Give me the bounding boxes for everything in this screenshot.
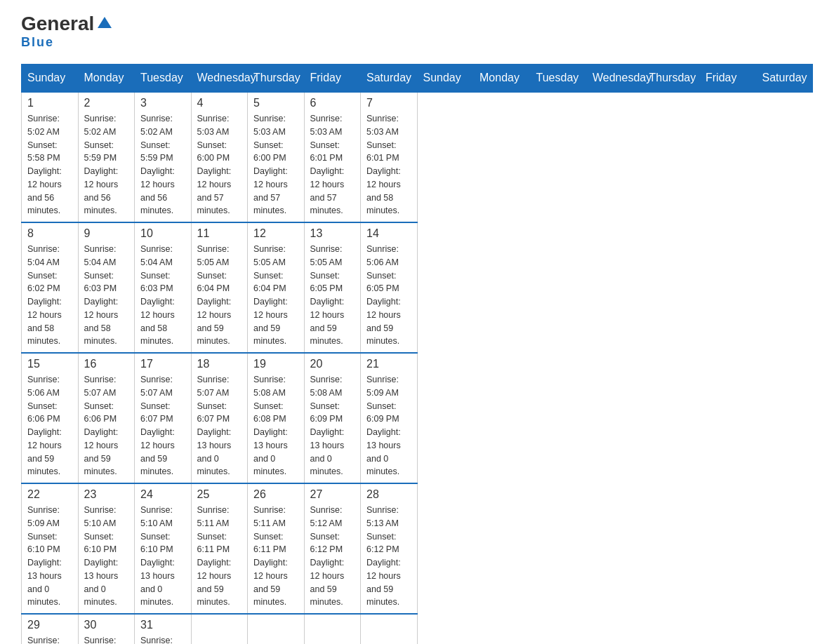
col-header-sunday: Sunday: [22, 65, 79, 93]
svg-marker-0: [98, 17, 112, 28]
day-number: 4: [197, 97, 242, 109]
logo-blue-text: Blue: [21, 35, 54, 50]
calendar-cell: 26 Sunrise: 5:11 AMSunset: 6:11 PMDaylig…: [248, 483, 305, 614]
calendar-cell: 16 Sunrise: 5:07 AMSunset: 6:06 PMDaylig…: [78, 353, 135, 483]
calendar-cell: 10 Sunrise: 5:04 AMSunset: 6:03 PMDaylig…: [135, 222, 192, 353]
day-info: Sunrise: 5:14 AMSunset: 6:13 PMDaylight:…: [140, 636, 175, 644]
calendar-cell: 7 Sunrise: 5:03 AMSunset: 6:01 PMDayligh…: [361, 92, 418, 222]
day-info: Sunrise: 5:05 AMSunset: 6:05 PMDaylight:…: [310, 244, 345, 346]
calendar-cell: 12 Sunrise: 5:05 AMSunset: 6:04 PMDaylig…: [248, 222, 305, 353]
day-number: 6: [310, 97, 355, 109]
day-info: Sunrise: 5:02 AMSunset: 5:59 PMDaylight:…: [140, 114, 175, 215]
col-header-sunday: Sunday: [417, 65, 474, 93]
calendar-cell: 28 Sunrise: 5:13 AMSunset: 6:12 PMDaylig…: [361, 483, 418, 614]
calendar-cell: 30 Sunrise: 5:14 AMSunset: 6:13 PMDaylig…: [78, 614, 135, 644]
day-number: 20: [310, 358, 355, 370]
day-info: Sunrise: 5:07 AMSunset: 6:07 PMDaylight:…: [197, 375, 232, 476]
col-header-wednesday: Wednesday: [191, 65, 248, 93]
calendar-cell: 8 Sunrise: 5:04 AMSunset: 6:02 PMDayligh…: [22, 222, 79, 353]
col-header-wednesday: Wednesday: [587, 65, 644, 93]
col-header-friday: Friday: [304, 65, 361, 93]
calendar-cell: 17 Sunrise: 5:07 AMSunset: 6:07 PMDaylig…: [135, 353, 192, 483]
day-info: Sunrise: 5:10 AMSunset: 6:10 PMDaylight:…: [84, 505, 119, 607]
calendar-cell: 19 Sunrise: 5:08 AMSunset: 6:08 PMDaylig…: [248, 353, 305, 483]
day-number: 16: [84, 358, 129, 370]
day-number: 12: [253, 227, 298, 240]
day-info: Sunrise: 5:03 AMSunset: 6:00 PMDaylight:…: [197, 114, 232, 215]
day-number: 13: [310, 227, 355, 240]
day-number: 27: [310, 488, 355, 501]
calendar-cell: 9 Sunrise: 5:04 AMSunset: 6:03 PMDayligh…: [78, 222, 135, 353]
day-number: 19: [253, 358, 298, 370]
day-info: Sunrise: 5:07 AMSunset: 6:06 PMDaylight:…: [84, 375, 119, 476]
day-number: 22: [27, 488, 72, 501]
calendar-cell: 18 Sunrise: 5:07 AMSunset: 6:07 PMDaylig…: [191, 353, 248, 483]
col-header-tuesday: Tuesday: [530, 65, 587, 93]
day-info: Sunrise: 5:13 AMSunset: 6:12 PMDaylight:…: [366, 505, 401, 607]
day-number: 25: [197, 488, 242, 501]
day-number: 17: [140, 358, 185, 370]
day-info: Sunrise: 5:14 AMSunset: 6:13 PMDaylight:…: [84, 636, 119, 644]
calendar-cell: 25 Sunrise: 5:11 AMSunset: 6:11 PMDaylig…: [191, 483, 248, 614]
col-header-saturday: Saturday: [756, 65, 813, 93]
day-number: 5: [253, 97, 298, 109]
calendar-cell: 13 Sunrise: 5:05 AMSunset: 6:05 PMDaylig…: [304, 222, 361, 353]
calendar-week-5: 29 Sunrise: 5:13 AMSunset: 6:13 PMDaylig…: [22, 614, 813, 644]
col-header-tuesday: Tuesday: [135, 65, 192, 93]
day-info: Sunrise: 5:03 AMSunset: 6:00 PMDaylight:…: [253, 114, 288, 215]
calendar-cell: 31 Sunrise: 5:14 AMSunset: 6:13 PMDaylig…: [135, 614, 192, 644]
calendar-cell: 5 Sunrise: 5:03 AMSunset: 6:00 PMDayligh…: [248, 92, 305, 222]
calendar-cell: [191, 614, 248, 644]
day-info: Sunrise: 5:10 AMSunset: 6:10 PMDaylight:…: [140, 505, 175, 607]
day-info: Sunrise: 5:02 AMSunset: 5:58 PMDaylight:…: [27, 114, 62, 215]
day-number: 31: [140, 619, 185, 631]
day-number: 23: [84, 488, 129, 501]
day-info: Sunrise: 5:09 AMSunset: 6:09 PMDaylight:…: [366, 375, 401, 476]
day-number: 8: [27, 227, 72, 240]
calendar-cell: [304, 614, 361, 644]
calendar-week-4: 22 Sunrise: 5:09 AMSunset: 6:10 PMDaylig…: [22, 483, 813, 614]
day-number: 10: [140, 227, 185, 240]
calendar-cell: 20 Sunrise: 5:08 AMSunset: 6:09 PMDaylig…: [304, 353, 361, 483]
calendar-cell: 11 Sunrise: 5:05 AMSunset: 6:04 PMDaylig…: [191, 222, 248, 353]
logo-general-text: General: [21, 14, 94, 34]
day-info: Sunrise: 5:09 AMSunset: 6:10 PMDaylight:…: [27, 505, 62, 607]
day-number: 30: [84, 619, 129, 631]
day-number: 11: [197, 227, 242, 240]
day-number: 7: [366, 97, 411, 109]
calendar-cell: 6 Sunrise: 5:03 AMSunset: 6:01 PMDayligh…: [304, 92, 361, 222]
col-header-monday: Monday: [474, 65, 531, 93]
logo-triangle-icon: [95, 13, 114, 32]
calendar-cell: 1 Sunrise: 5:02 AMSunset: 5:58 PMDayligh…: [22, 92, 79, 222]
day-info: Sunrise: 5:04 AMSunset: 6:03 PMDaylight:…: [84, 244, 119, 346]
calendar-cell: 24 Sunrise: 5:10 AMSunset: 6:10 PMDaylig…: [135, 483, 192, 614]
col-header-monday: Monday: [78, 65, 135, 93]
calendar-cell: 15 Sunrise: 5:06 AMSunset: 6:06 PMDaylig…: [22, 353, 79, 483]
day-number: 1: [27, 97, 72, 109]
col-header-friday: Friday: [700, 65, 757, 93]
calendar-cell: 21 Sunrise: 5:09 AMSunset: 6:09 PMDaylig…: [361, 353, 418, 483]
day-number: 28: [366, 488, 411, 501]
calendar-week-1: 1 Sunrise: 5:02 AMSunset: 5:58 PMDayligh…: [22, 92, 813, 222]
day-number: 29: [27, 619, 72, 631]
day-info: Sunrise: 5:12 AMSunset: 6:12 PMDaylight:…: [310, 505, 345, 607]
day-info: Sunrise: 5:06 AMSunset: 6:05 PMDaylight:…: [366, 244, 401, 346]
day-info: Sunrise: 5:08 AMSunset: 6:09 PMDaylight:…: [310, 375, 345, 476]
col-header-thursday: Thursday: [643, 65, 700, 93]
calendar-cell: 2 Sunrise: 5:02 AMSunset: 5:59 PMDayligh…: [78, 92, 135, 222]
calendar-cell: 4 Sunrise: 5:03 AMSunset: 6:00 PMDayligh…: [191, 92, 248, 222]
col-header-saturday: Saturday: [361, 65, 418, 93]
calendar-cell: 29 Sunrise: 5:13 AMSunset: 6:13 PMDaylig…: [22, 614, 79, 644]
calendar-cell: [248, 614, 305, 644]
day-number: 14: [366, 227, 411, 240]
logo: General Blue: [21, 14, 114, 50]
day-info: Sunrise: 5:11 AMSunset: 6:11 PMDaylight:…: [197, 505, 232, 607]
day-number: 21: [366, 358, 411, 370]
calendar-cell: 23 Sunrise: 5:10 AMSunset: 6:10 PMDaylig…: [78, 483, 135, 614]
day-number: 26: [253, 488, 298, 501]
day-info: Sunrise: 5:03 AMSunset: 6:01 PMDaylight:…: [310, 114, 345, 215]
calendar-cell: 22 Sunrise: 5:09 AMSunset: 6:10 PMDaylig…: [22, 483, 79, 614]
day-info: Sunrise: 5:04 AMSunset: 6:03 PMDaylight:…: [140, 244, 175, 346]
day-info: Sunrise: 5:03 AMSunset: 6:01 PMDaylight:…: [366, 114, 401, 215]
calendar-cell: [361, 614, 418, 644]
